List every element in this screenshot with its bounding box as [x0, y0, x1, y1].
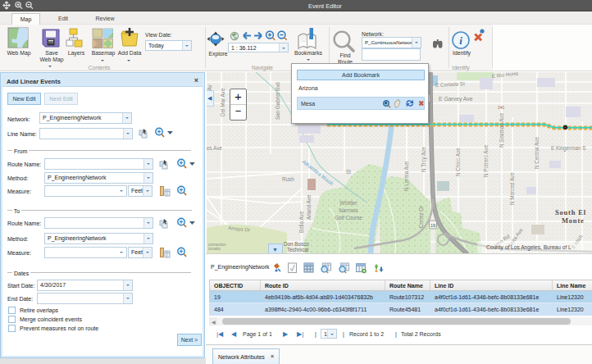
svg-text:turnatio: turnatio — [208, 247, 221, 251]
svg-text:340: 340 — [498, 106, 504, 110]
svg-text:South El: South El — [555, 208, 586, 216]
svg-text:i: i — [459, 34, 462, 47]
svg-text:N Merced Ave: N Merced Ave — [509, 172, 515, 205]
svg-text:Golf Course: Golf Course — [335, 215, 362, 221]
svg-text:es Ave: es Ave — [207, 145, 222, 151]
svg-text:County of Los Angeles, Bureau: County of Los Angeles, Bureau of L — [486, 244, 572, 251]
svg-text:Bella Ave: Bella Ave — [298, 211, 304, 233]
svg-text:Whittier: Whittier — [339, 200, 357, 206]
svg-text:E Kingerman S: E Kingerman S — [551, 145, 585, 152]
svg-text:Technical: Technical — [287, 247, 308, 253]
svg-text:Narrows: Narrows — [339, 207, 357, 213]
svg-text:St: St — [346, 169, 351, 175]
svg-text:Monte: Monte — [562, 216, 585, 225]
svg-text:San Gabriel Bvd: San Gabriel Bvd — [275, 82, 280, 120]
svg-text:Del Mar Ave: Del Mar Ave — [220, 88, 225, 116]
svg-text:N Lerma Ave: N Lerma Ave — [403, 161, 409, 191]
svg-text:E Garvey Ave: E Garvey Ave — [439, 96, 473, 102]
svg-text:N Central Ave: N Central Ave — [534, 137, 540, 169]
svg-text:Arland Ave: Arland Ave — [306, 194, 312, 220]
svg-text:Cortez Dr: Cortez Dr — [418, 206, 424, 228]
svg-text:N Seaman Ave: N Seaman Ave — [499, 113, 504, 148]
svg-text:Don Bosco: Don Bosco — [284, 241, 309, 247]
svg-text:N Chico Ave: N Chico Ave — [455, 148, 461, 176]
svg-text:N Potrero Ave: N Potrero Ave — [483, 144, 489, 177]
svg-text:Rush: Rush — [282, 176, 294, 182]
svg-text:N Troy Ave: N Troy Ave — [421, 147, 427, 172]
svg-text:19: 19 — [430, 223, 435, 228]
